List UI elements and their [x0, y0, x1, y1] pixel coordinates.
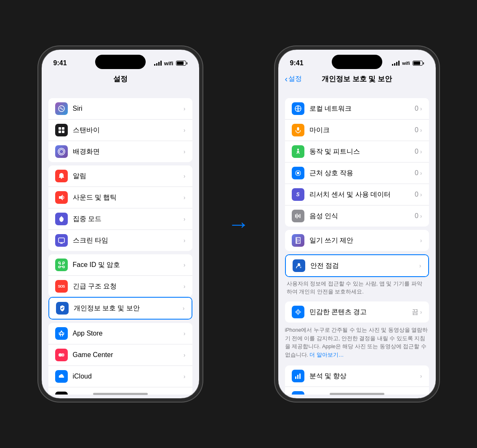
- signal-icon-1: [154, 61, 162, 66]
- svg-rect-25: [297, 127, 299, 131]
- list-item-analytics[interactable]: 분석 및 향상 ›: [285, 365, 429, 387]
- standby-chevron-area: ›: [184, 127, 186, 133]
- mic-chevron: ›: [420, 127, 422, 133]
- signal-icon-2: [392, 61, 400, 66]
- svg-rect-50: [295, 376, 296, 379]
- svg-point-45: [297, 312, 298, 313]
- list-item-focus[interactable]: 집중 모드 ›: [48, 208, 192, 230]
- privacy-label: 개인정보 보호 및 보안: [74, 304, 183, 313]
- list-item-nearby[interactable]: 근처 상호 작용 0 ›: [285, 163, 429, 184]
- speech-label: 음성 인식: [309, 212, 415, 221]
- svg-rect-34: [295, 214, 296, 218]
- list-item-gamecenter[interactable]: Game Center ›: [48, 344, 192, 366]
- safetycheck-icon: [293, 259, 305, 272]
- privacy-section-1: 로컬 네트워크 0 › 마이크 0 ›: [285, 98, 429, 227]
- list-item-localnet[interactable]: 로컬 네트워크 0 ›: [285, 98, 429, 120]
- sensitive-chevron: ›: [420, 309, 422, 315]
- appstore-chevron: ›: [184, 330, 186, 337]
- list-item-appstore[interactable]: App Store ›: [48, 323, 192, 344]
- svg-rect-3: [59, 131, 61, 133]
- svg-point-27: [297, 149, 299, 150]
- mic-value-area: 0 ›: [415, 126, 422, 134]
- speech-chevron: ›: [420, 213, 422, 219]
- list-item-journal[interactable]: 일기 쓰기 제안 ›: [285, 230, 429, 251]
- privacy-chevron: ›: [183, 305, 185, 312]
- list-item-wallpaper[interactable]: 배경화면 ›: [48, 141, 192, 162]
- dynamic-island-2: [332, 55, 382, 69]
- notifications-label: 알림: [73, 172, 184, 181]
- gamecenter-icon: [55, 349, 68, 361]
- list-item-mic[interactable]: 마이크 0 ›: [285, 120, 429, 141]
- list-item-motion[interactable]: 동작 및 피트니스 0 ›: [285, 141, 429, 163]
- svg-rect-2: [62, 127, 64, 130]
- wallet-icon: [55, 392, 68, 395]
- appstore-label: App Store: [73, 330, 184, 337]
- svg-point-32: [297, 172, 299, 174]
- home-indicator-1: [93, 393, 148, 395]
- mic-label: 마이크: [309, 126, 415, 135]
- settings-list-1[interactable]: Siri › 스탠바이 ›: [42, 88, 199, 395]
- privacy-item-highlighted[interactable]: 개인정보 보호 및 보안 ›: [48, 297, 192, 320]
- sounds-chevron: ›: [184, 194, 186, 201]
- svg-rect-52: [299, 373, 301, 379]
- analytics-icon: [292, 370, 304, 382]
- status-icons-2: wifi: [392, 61, 424, 66]
- list-item-faceid[interactable]: Face ID 및 암호 ›: [48, 254, 192, 276]
- research-value-area: 0 ›: [415, 191, 422, 198]
- nearby-label: 근처 상호 작용: [309, 169, 415, 178]
- back-button[interactable]: ‹ 설정: [285, 74, 302, 84]
- privacy-section-4: 민감한 콘텐츠 경고 끔 ›: [285, 301, 429, 323]
- nearby-chevron: ›: [420, 170, 422, 176]
- list-item-sensitive[interactable]: 민감한 콘텐츠 경고 끔 ›: [285, 301, 429, 323]
- safetycheck-description-area: 사용자의 정보에 접근할 수 있는 사람, 앱 및 기기를 파악하여 개인의 안…: [285, 277, 429, 298]
- sensitive-link[interactable]: 더 알아보기…: [309, 352, 344, 358]
- list-item-safetycheck[interactable]: 안전 점검 ›: [286, 255, 428, 276]
- speech-icon: [292, 210, 304, 222]
- motion-icon: [292, 145, 304, 158]
- sensitive-description-area: iPhone에서 누구로 간주될 수 있는 사진 및 동영상을 열람하기 전에 …: [278, 326, 436, 362]
- wallpaper-icon: [55, 145, 68, 158]
- wifi-icon-1: wifi: [164, 60, 173, 67]
- list-item-icloud[interactable]: iCloud ›: [48, 366, 192, 387]
- sos-icon: SOS: [55, 280, 68, 293]
- list-item-standby[interactable]: 스탠바이 ›: [48, 120, 192, 141]
- icloud-icon: [55, 370, 68, 383]
- motion-label: 동작 및 피트니스: [309, 147, 415, 156]
- motion-chevron: ›: [420, 148, 422, 155]
- list-item-privacy[interactable]: 개인정보 보호 및 보안 ›: [49, 298, 192, 319]
- svg-rect-51: [297, 375, 298, 379]
- list-item-sounds[interactable]: 사운드 및 햅틱 ›: [48, 187, 192, 208]
- battery-icon-2: [413, 61, 424, 66]
- safetycheck-description: 사용자의 정보에 접근할 수 있는 사람, 앱 및 기기를 파악하여 개인의 안…: [287, 280, 422, 295]
- phone-2: 9:41 wifi ‹ 설: [275, 46, 439, 402]
- svg-point-20: [61, 353, 64, 357]
- motion-value: 0: [415, 148, 418, 155]
- siri-chevron-area: ›: [184, 105, 186, 112]
- mic-icon: [292, 124, 304, 136]
- list-item-screentime[interactable]: 스크린 타임 ›: [48, 230, 192, 251]
- svg-rect-4: [62, 131, 64, 133]
- svg-rect-14: [59, 262, 60, 264]
- screentime-icon: [55, 234, 68, 247]
- svg-rect-37: [299, 214, 300, 218]
- section-group-4: App Store › Game Center › iCloud ›: [48, 323, 192, 395]
- list-item-research[interactable]: S 리서치 센서 및 사용 데이터 0 ›: [285, 184, 429, 205]
- list-item-speech[interactable]: 음성 인식 0 ›: [285, 205, 429, 227]
- localnet-chevron: ›: [420, 105, 422, 112]
- svg-rect-1: [59, 127, 61, 130]
- appstore-icon: [55, 327, 68, 340]
- wallpaper-chevron-area: ›: [184, 148, 186, 155]
- focus-icon: [55, 213, 68, 225]
- list-item-notifications[interactable]: 알림 ›: [48, 165, 192, 187]
- research-value: 0: [415, 191, 418, 198]
- sos-label: 긴급 구조 요청: [73, 282, 184, 291]
- motion-value-area: 0 ›: [415, 148, 422, 155]
- svg-point-42: [298, 263, 300, 266]
- list-item-sos[interactable]: SOS 긴급 구조 요청 ›: [48, 276, 192, 297]
- safety-item-highlighted[interactable]: 안전 점검 ›: [285, 254, 429, 277]
- nearby-value: 0: [415, 169, 418, 177]
- privacy-section-2: 일기 쓰기 제안 ›: [285, 230, 429, 251]
- list-item-siri[interactable]: Siri ›: [48, 98, 192, 120]
- settings-list-2[interactable]: 로컬 네트워크 0 › 마이크 0 ›: [278, 88, 436, 395]
- safety-section-wrap: 안전 점검 › 사용자의 정보에 접근할 수 있는 사람, 앱 및 기기를 파악…: [285, 254, 429, 298]
